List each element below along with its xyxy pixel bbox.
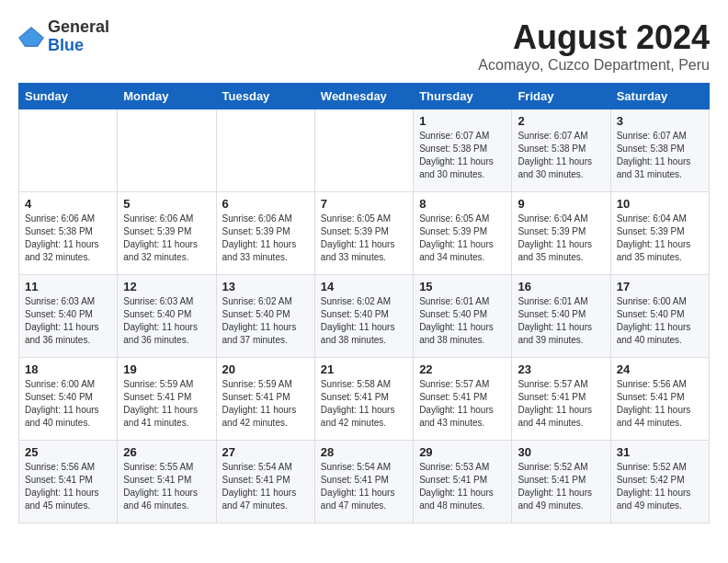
day-number-3: 3 [617,114,703,128]
day-info-24: Sunrise: 5:56 AM Sunset: 5:41 PM Dayligh… [617,378,703,430]
day-number-18: 18 [25,362,111,376]
day-cell-6: 6Sunrise: 6:06 AM Sunset: 5:39 PM Daylig… [216,192,314,275]
weekday-header-row: SundayMondayTuesdayWednesdayThursdayFrid… [19,84,710,109]
day-cell-1: 1Sunrise: 6:07 AM Sunset: 5:38 PM Daylig… [414,109,512,192]
day-number-17: 17 [617,280,703,293]
day-number-15: 15 [419,280,506,293]
day-info-27: Sunrise: 5:54 AM Sunset: 5:41 PM Dayligh… [222,461,309,512]
day-cell-25: 25Sunrise: 5:56 AM Sunset: 5:41 PM Dayli… [19,441,118,523]
day-number-6: 6 [222,197,309,211]
day-cell-12: 12Sunrise: 6:03 AM Sunset: 5:40 PM Dayli… [118,275,216,358]
day-cell-13: 13Sunrise: 6:02 AM Sunset: 5:40 PM Dayli… [216,275,314,358]
day-cell-29: 29Sunrise: 5:53 AM Sunset: 5:41 PM Dayli… [414,441,512,523]
day-cell-19: 19Sunrise: 5:59 AM Sunset: 5:41 PM Dayli… [118,358,216,441]
day-number-8: 8 [419,197,506,211]
day-cell-20: 20Sunrise: 5:59 AM Sunset: 5:41 PM Dayli… [216,358,314,441]
day-info-10: Sunrise: 6:04 AM Sunset: 5:39 PM Dayligh… [617,213,703,264]
day-cell-18: 18Sunrise: 6:00 AM Sunset: 5:40 PM Dayli… [19,358,118,441]
empty-cell [118,109,216,192]
day-number-12: 12 [123,280,210,293]
day-cell-23: 23Sunrise: 5:57 AM Sunset: 5:41 PM Dayli… [512,358,610,441]
day-cell-5: 5Sunrise: 6:06 AM Sunset: 5:39 PM Daylig… [118,192,216,275]
day-info-11: Sunrise: 6:03 AM Sunset: 5:40 PM Dayligh… [25,295,111,347]
day-cell-30: 30Sunrise: 5:52 AM Sunset: 5:41 PM Dayli… [512,441,610,523]
day-number-30: 30 [518,445,604,459]
day-info-31: Sunrise: 5:52 AM Sunset: 5:42 PM Dayligh… [617,461,703,512]
day-cell-3: 3Sunrise: 6:07 AM Sunset: 5:38 PM Daylig… [610,109,709,192]
title-area: August 2024 Acomayo, Cuzco Department, P… [478,18,710,74]
subtitle: Acomayo, Cuzco Department, Peru [478,57,710,74]
weekday-header-tuesday: Tuesday [216,84,314,109]
day-cell-15: 15Sunrise: 6:01 AM Sunset: 5:40 PM Dayli… [414,275,512,358]
day-info-20: Sunrise: 5:59 AM Sunset: 5:41 PM Dayligh… [222,378,309,430]
day-info-26: Sunrise: 5:55 AM Sunset: 5:41 PM Dayligh… [123,461,210,512]
day-info-9: Sunrise: 6:04 AM Sunset: 5:39 PM Dayligh… [518,213,604,264]
day-number-24: 24 [617,362,703,376]
day-info-13: Sunrise: 6:02 AM Sunset: 5:40 PM Dayligh… [222,295,309,347]
week-row-3: 11Sunrise: 6:03 AM Sunset: 5:40 PM Dayli… [19,275,710,358]
day-number-22: 22 [419,362,506,376]
day-number-13: 13 [222,280,309,293]
calendar: SundayMondayTuesdayWednesdayThursdayFrid… [18,83,710,523]
day-info-6: Sunrise: 6:06 AM Sunset: 5:39 PM Dayligh… [222,213,309,264]
day-cell-4: 4Sunrise: 6:06 AM Sunset: 5:38 PM Daylig… [19,192,118,275]
day-info-30: Sunrise: 5:52 AM Sunset: 5:41 PM Dayligh… [518,461,604,512]
week-row-2: 4Sunrise: 6:06 AM Sunset: 5:38 PM Daylig… [19,192,710,275]
weekday-header-friday: Friday [512,84,610,109]
day-info-2: Sunrise: 6:07 AM Sunset: 5:38 PM Dayligh… [518,130,604,181]
day-info-12: Sunrise: 6:03 AM Sunset: 5:40 PM Dayligh… [123,295,210,347]
logo-icon [18,27,44,47]
day-cell-26: 26Sunrise: 5:55 AM Sunset: 5:41 PM Dayli… [118,441,216,523]
day-number-29: 29 [419,445,506,459]
weekday-header-sunday: Sunday [19,84,118,109]
day-cell-7: 7Sunrise: 6:05 AM Sunset: 5:39 PM Daylig… [314,192,413,275]
day-number-1: 1 [419,114,506,128]
day-info-28: Sunrise: 5:54 AM Sunset: 5:41 PM Dayligh… [321,461,407,512]
day-number-20: 20 [222,362,309,376]
day-cell-24: 24Sunrise: 5:56 AM Sunset: 5:41 PM Dayli… [610,358,709,441]
weekday-header-monday: Monday [118,84,216,109]
page-header: General Blue August 2024 Acomayo, Cuzco … [18,18,710,74]
day-number-16: 16 [518,280,604,293]
day-cell-17: 17Sunrise: 6:00 AM Sunset: 5:40 PM Dayli… [610,275,709,358]
day-number-4: 4 [25,197,111,211]
day-number-26: 26 [123,445,210,459]
weekday-header-saturday: Saturday [610,84,709,109]
day-cell-8: 8Sunrise: 6:05 AM Sunset: 5:39 PM Daylig… [414,192,512,275]
day-number-5: 5 [123,197,210,211]
day-cell-21: 21Sunrise: 5:58 AM Sunset: 5:41 PM Dayli… [314,358,413,441]
day-info-19: Sunrise: 5:59 AM Sunset: 5:41 PM Dayligh… [123,378,210,430]
day-info-8: Sunrise: 6:05 AM Sunset: 5:39 PM Dayligh… [419,213,506,264]
day-info-7: Sunrise: 6:05 AM Sunset: 5:39 PM Dayligh… [321,213,407,264]
week-row-1: 1Sunrise: 6:07 AM Sunset: 5:38 PM Daylig… [19,109,710,192]
day-info-3: Sunrise: 6:07 AM Sunset: 5:38 PM Dayligh… [617,130,703,181]
day-info-22: Sunrise: 5:57 AM Sunset: 5:41 PM Dayligh… [419,378,506,430]
main-title: August 2024 [478,18,710,57]
weekday-header-wednesday: Wednesday [314,84,413,109]
day-cell-22: 22Sunrise: 5:57 AM Sunset: 5:41 PM Dayli… [414,358,512,441]
day-info-14: Sunrise: 6:02 AM Sunset: 5:40 PM Dayligh… [321,295,407,347]
day-info-1: Sunrise: 6:07 AM Sunset: 5:38 PM Dayligh… [419,130,506,181]
day-info-15: Sunrise: 6:01 AM Sunset: 5:40 PM Dayligh… [419,295,506,347]
day-info-17: Sunrise: 6:00 AM Sunset: 5:40 PM Dayligh… [617,295,703,347]
logo-general: General [48,17,109,36]
day-info-23: Sunrise: 5:57 AM Sunset: 5:41 PM Dayligh… [518,378,604,430]
day-number-7: 7 [321,197,407,211]
day-number-19: 19 [123,362,210,376]
empty-cell [216,109,314,192]
day-number-2: 2 [518,114,604,128]
logo-blue: Blue [48,36,84,54]
week-row-4: 18Sunrise: 6:00 AM Sunset: 5:40 PM Dayli… [19,358,710,441]
day-cell-11: 11Sunrise: 6:03 AM Sunset: 5:40 PM Dayli… [19,275,118,358]
day-number-28: 28 [321,445,407,459]
day-cell-27: 27Sunrise: 5:54 AM Sunset: 5:41 PM Dayli… [216,441,314,523]
day-info-4: Sunrise: 6:06 AM Sunset: 5:38 PM Dayligh… [25,213,111,264]
weekday-header-thursday: Thursday [414,84,512,109]
day-cell-28: 28Sunrise: 5:54 AM Sunset: 5:41 PM Dayli… [314,441,413,523]
day-number-21: 21 [321,362,407,376]
day-info-18: Sunrise: 6:00 AM Sunset: 5:40 PM Dayligh… [25,378,111,430]
day-info-21: Sunrise: 5:58 AM Sunset: 5:41 PM Dayligh… [321,378,407,430]
week-row-5: 25Sunrise: 5:56 AM Sunset: 5:41 PM Dayli… [19,441,710,523]
day-number-31: 31 [617,445,703,459]
day-cell-31: 31Sunrise: 5:52 AM Sunset: 5:42 PM Dayli… [610,441,709,523]
